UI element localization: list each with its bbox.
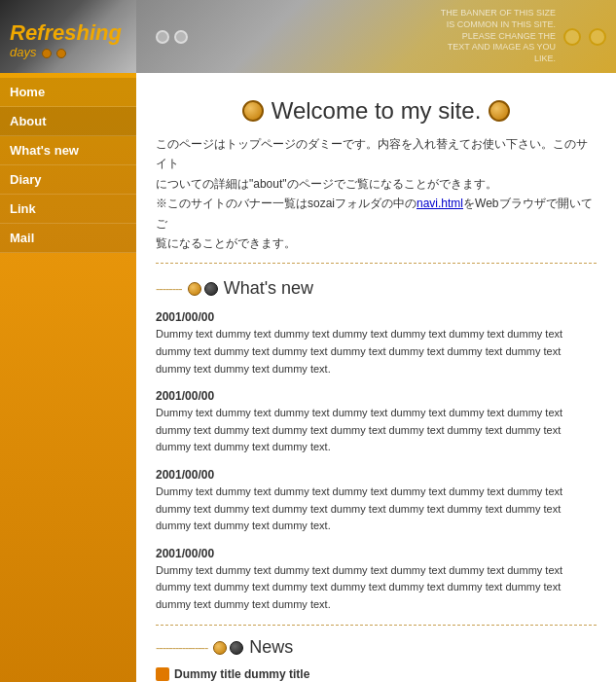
- nav-whats-new[interactable]: What's new: [0, 136, 136, 165]
- news-entry-4: 2001/00/00 Dummy text dummy text dummy t…: [156, 547, 597, 614]
- welcome-title: Welcome to my site.: [272, 97, 482, 125]
- logo-area: Refreshing days: [0, 0, 136, 73]
- intro-line5: 覧になることができます。: [156, 236, 296, 250]
- nav-link[interactable]: Link: [0, 195, 136, 224]
- main-content: THE BANNER OF THIS SIZE IS COMMON IN THI…: [136, 0, 616, 682]
- whats-new-entries: 2001/00/00 Dummy text dummy text dummy t…: [156, 310, 597, 613]
- section-dashes-2: ----------------: [156, 640, 207, 655]
- news-date-2: 2001/00/00: [156, 389, 597, 403]
- section-divider-1: [156, 263, 597, 264]
- banner-dot-1: [156, 30, 169, 44]
- content-area: Welcome to my site. このページはトップページのダミーです。内…: [136, 73, 616, 682]
- top-banner: THE BANNER OF THIS SIZE IS COMMON IN THI…: [136, 0, 616, 73]
- nav-diary[interactable]: Diary: [0, 165, 136, 195]
- banner-dot-right-2: [589, 28, 606, 46]
- news-text-3: Dummy text dummy text dummy text dummy t…: [156, 484, 597, 535]
- logo-dots: [42, 49, 66, 58]
- news-item-1-title: Dummy title dummy title: [174, 667, 309, 681]
- whats-new-header: -------- What's new: [156, 278, 597, 299]
- nav-mail[interactable]: Mail: [0, 224, 136, 253]
- intro-line1: このページはトップページのダミーです。内容を入れ替えてお使い下さい。このサイト: [156, 137, 588, 170]
- logo-sub: days: [10, 45, 36, 59]
- news-entry-2: 2001/00/00 Dummy text dummy text dummy t…: [156, 389, 597, 456]
- news-text-4: Dummy text dummy text dummy text dummy t…: [156, 562, 597, 614]
- news-text-2: Dummy text dummy text dummy text dummy t…: [156, 405, 597, 456]
- intro-text: このページはトップページのダミーです。内容を入れ替えてお使い下さい。このサイト …: [156, 134, 597, 253]
- welcome-bullet-right: [489, 100, 510, 122]
- banner-right: THE BANNER OF THIS SIZE IS COMMON IN THI…: [439, 8, 606, 64]
- section-bullet-dark: [204, 282, 218, 296]
- nav-home[interactable]: Home: [0, 78, 136, 107]
- logo-title: Refreshing: [10, 21, 127, 45]
- news-section: ---------------- News Dummy title dummy …: [156, 637, 597, 682]
- news-header: ---------------- News: [156, 637, 597, 658]
- news-entry-1: 2001/00/00 Dummy text dummy text dummy t…: [156, 310, 597, 377]
- logo-dot-1: [42, 49, 52, 58]
- news-item-1-marker: [156, 667, 169, 681]
- welcome-bullet-left: [242, 100, 264, 122]
- news-item-1: Dummy title dummy title Dummy text dummy…: [156, 667, 597, 682]
- section-bullet-orange: [188, 282, 201, 296]
- news-date-1: 2001/00/00: [156, 310, 597, 324]
- section-bullet-orange-2: [213, 641, 227, 655]
- news-date-3: 2001/00/00: [156, 468, 597, 482]
- news-text-1: Dummy text dummy text dummy text dummy t…: [156, 326, 597, 377]
- section-dashes-1: --------: [156, 281, 182, 296]
- section-bullets-2: [213, 641, 243, 655]
- section-divider-2: [156, 625, 597, 626]
- news-entry-3: 2001/00/00 Dummy text dummy text dummy t…: [156, 468, 597, 535]
- nav-about[interactable]: About: [0, 107, 136, 136]
- intro-line2: についての詳細は"about"のページでご覧になることができます。: [156, 177, 497, 191]
- banner-dot-2: [174, 30, 188, 44]
- news-item-1-title-row: Dummy title dummy title: [156, 667, 597, 681]
- banner-circles-left: [156, 30, 188, 44]
- section-bullet-dark-2: [230, 641, 243, 655]
- section-bullets-1: [188, 282, 218, 296]
- navi-link[interactable]: navi.html: [417, 197, 463, 210]
- whats-new-title: What's new: [224, 278, 313, 299]
- welcome-section: Welcome to my site.: [156, 83, 597, 134]
- news-date-4: 2001/00/00: [156, 547, 597, 560]
- sidebar: Refreshing days Home About What's new Di…: [0, 0, 136, 682]
- main-nav: Home About What's new Diary Link Mail: [0, 78, 136, 253]
- banner-dot-right-1: [563, 28, 581, 46]
- banner-text: THE BANNER OF THIS SIZE IS COMMON IN THI…: [439, 8, 556, 64]
- news-section-title: News: [249, 637, 293, 658]
- intro-line3: ※このサイトのバナー一覧はsozaiフォルダの中の: [156, 197, 417, 210]
- logo-dot-2: [56, 49, 66, 58]
